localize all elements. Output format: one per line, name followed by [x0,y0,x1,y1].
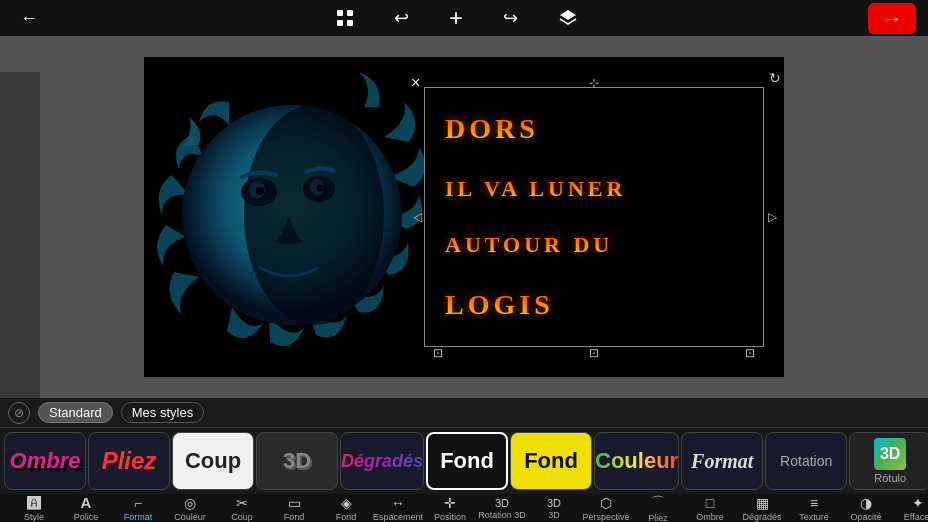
style-card-rotation[interactable]: Rotation [765,432,847,490]
icon-toolbar: 🅰 Style A Police ⌐ Format ◎ Couleur ✂ Co… [0,494,928,522]
svg-point-7 [244,105,384,325]
grid-button[interactable] [328,5,362,31]
tool-fond[interactable]: ▭ Fond [268,495,320,522]
add-button[interactable]: + [441,0,471,36]
style-card-pliez[interactable]: Pliez [88,432,170,490]
couleur-label: Couleur [595,448,678,474]
fond-black-label: Fond [440,448,494,474]
rotulo-icon: 3D [880,445,900,463]
couleur-tool-label: Couleur [174,512,206,522]
tool-position[interactable]: ✛ Position [424,495,476,522]
tool-pliez[interactable]: ⌒ Pliez [632,494,684,523]
text-line-3: AUTOUR DU [445,232,753,258]
rotate-handle[interactable]: ↻ [769,70,781,86]
position-icon: ✛ [444,495,456,511]
style-card-rotulo[interactable]: 3D Rótulo [849,432,928,490]
no-style-button[interactable]: ⊘ [8,402,30,424]
style-card-couleur[interactable]: Couleur [594,432,679,490]
svg-rect-1 [347,10,353,16]
fond-tool-label: Fond [284,512,305,522]
svg-point-12 [256,187,264,195]
text-line-2: IL VA LUNER [445,176,753,202]
tool-rotation3d[interactable]: 3D Rotation 3D [476,497,528,520]
rotation-label: Rotation [780,453,832,469]
texture-tool-label: Texture [799,512,829,522]
right-handle[interactable]: ▷ [768,210,777,224]
svg-point-13 [317,185,324,192]
fond2-icon: ◈ [341,495,352,511]
police-tool-label: Police [74,512,99,522]
tool-ombre[interactable]: □ Ombre [684,495,736,522]
text-box-close[interactable]: × [411,74,420,92]
texture-icon: ≡ [810,495,818,511]
3d-label: 3D [283,448,311,474]
text-line-4: LOGIS [445,289,753,321]
redo-button[interactable]: ↪ [495,3,526,33]
coup-tool-label: Coup [231,512,253,522]
tool-opacite[interactable]: ◑ Opacité [840,495,892,522]
tool-fond2[interactable]: ◈ Fond [320,495,372,522]
opacite-tool-label: Opacité [850,512,881,522]
rotation3d-icon: 3D [495,497,509,509]
tool-espacement[interactable]: ↔ Espacement [372,495,424,522]
tab-standard[interactable]: Standard [38,402,113,423]
style-card-degrades[interactable]: Dégradés [340,432,424,490]
tool-3d[interactable]: 3D 3D [528,497,580,520]
ombre-label: Ombre [10,448,81,474]
tool-coup[interactable]: ✂ Coup [216,495,268,522]
canvas[interactable]: × ↻ ⊹ ◁ ▷ ⊡ ⊡ ⊡ DORS IL VA LUNER AUTOUR … [144,57,784,377]
next-button[interactable]: → [868,3,916,34]
move-handle[interactable]: ⊹ [589,76,599,90]
style-tool-label: Style [24,512,44,522]
bottom-center-handle[interactable]: ⊡ [589,346,599,360]
text-line-1: DORS [445,113,753,145]
ombre-tool-label: Ombre [696,512,724,522]
degrades-tool-label: Dégradés [742,512,781,522]
fond-yellow-label: Fond [524,448,578,474]
tool-couleur[interactable]: ◎ Couleur [164,495,216,522]
left-handle[interactable]: ◁ [413,210,422,224]
tool-effacer[interactable]: ✦ Effacer [892,495,928,522]
fond2-tool-label: Fond [336,512,357,522]
rotation3d-tool-label: Rotation 3D [478,510,526,520]
coup-label: Coup [185,448,241,474]
effacer-tool-label: Effacer [904,512,928,522]
tool-degrades[interactable]: ▦ Dégradés [736,495,788,522]
svg-marker-4 [560,10,576,20]
pliez-label: Pliez [102,447,157,475]
style-icon: 🅰 [27,495,41,511]
tool-texture[interactable]: ≡ Texture [788,495,840,522]
tool-style[interactable]: 🅰 Style [8,495,60,522]
text-content: DORS IL VA LUNER AUTOUR DU LOGIS [445,98,753,336]
text-selection-box[interactable]: × ↻ ⊹ ◁ ▷ ⊡ ⊡ ⊡ DORS IL VA LUNER AUTOUR … [424,87,764,347]
style-card-coup[interactable]: Coup [172,432,254,490]
perspective-tool-label: Perspective [582,512,629,522]
style-card-format[interactable]: Format [681,432,763,490]
format-label: Format [691,450,753,473]
degrades-icon: ▦ [756,495,769,511]
style-card-fond-yellow[interactable]: Fond [510,432,592,490]
rotulo-label: Rótulo [874,472,906,484]
tool-police[interactable]: A Police [60,494,112,522]
tab-mes-styles[interactable]: Mes styles [121,402,204,423]
bottom-left-handle[interactable]: ⊡ [433,346,443,360]
police-icon: A [81,494,92,511]
degrades-label: Dégradés [341,451,423,472]
style-card-3d[interactable]: 3D [256,432,338,490]
3d-tool-label: 3D [548,510,560,520]
style-card-fond-black[interactable]: Fond [426,432,508,490]
bottom-right-handle[interactable]: ⊡ [745,346,755,360]
tool-format[interactable]: ⌐ Format [112,495,164,522]
tool-perspective[interactable]: ⬡ Perspective [580,495,632,522]
effacer-icon: ✦ [912,495,924,511]
layers-button[interactable] [550,4,586,32]
style-tabs: ⊘ Standard Mes styles [0,398,928,428]
undo-button[interactable]: ↩ [386,3,417,33]
couleur-icon: ◎ [184,495,196,511]
style-card-ombre[interactable]: Ombre [4,432,86,490]
position-tool-label: Position [434,512,466,522]
svg-rect-2 [337,20,343,26]
svg-rect-3 [347,20,353,26]
3d-icon: 3D [547,497,561,509]
back-button[interactable]: ← [12,4,46,33]
